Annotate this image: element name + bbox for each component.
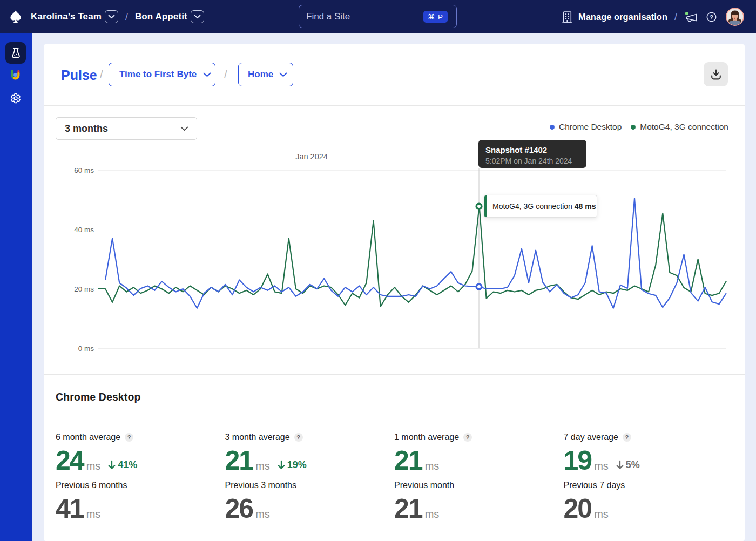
svg-text:40 ms: 40 ms	[74, 226, 94, 234]
svg-text:?: ?	[710, 13, 713, 20]
svg-text:20 ms: 20 ms	[74, 285, 94, 293]
svg-text:0 ms: 0 ms	[78, 344, 94, 353]
svg-text:60 ms: 60 ms	[74, 166, 94, 174]
svg-text:Jan 2024: Jan 2024	[295, 152, 328, 161]
